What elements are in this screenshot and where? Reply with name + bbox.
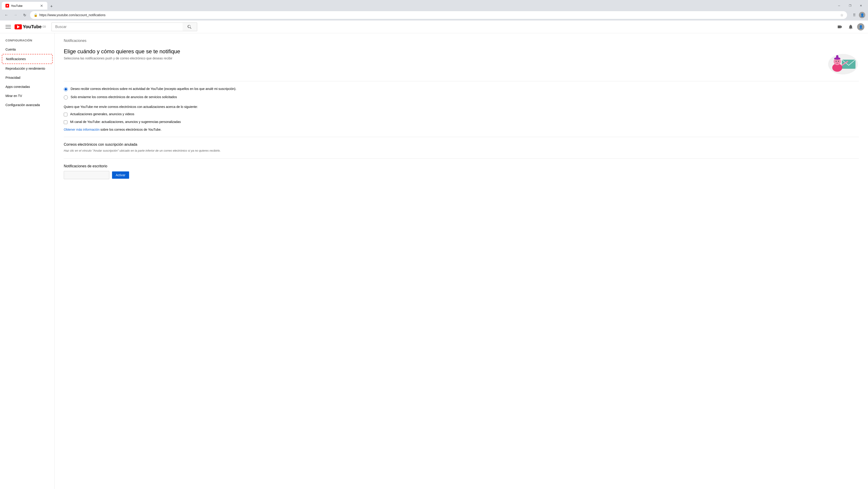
close-button[interactable]: ✕ bbox=[856, 2, 866, 9]
unsub-title: Correos electrónicos con suscripción anu… bbox=[64, 142, 859, 146]
email-options-section: Deseo recibir correos electrónicos sobre… bbox=[64, 87, 859, 99]
learn-more-link[interactable]: Obtener más información bbox=[64, 128, 99, 131]
link-suffix: sobre los correos electrónicos de YouTub… bbox=[99, 128, 161, 131]
tab-title: YouTube bbox=[11, 4, 37, 7]
radio-input-2[interactable] bbox=[64, 95, 68, 99]
checkbox-label-1: Actualizaciones generales, anuncios y vi… bbox=[70, 112, 134, 116]
checkbox-input-1[interactable] bbox=[64, 113, 67, 116]
sidebar-item-reproduccion[interactable]: Reproducción y rendimiento bbox=[0, 64, 55, 73]
svg-rect-10 bbox=[836, 55, 838, 59]
search-input[interactable] bbox=[52, 23, 183, 31]
desktop-notif-input-area bbox=[64, 171, 109, 179]
unsub-desc: Haz clic en el vínculo "Anular suscripci… bbox=[64, 149, 859, 153]
search-bar bbox=[52, 23, 197, 31]
sidebar-item-apps[interactable]: Apps conectadas bbox=[0, 82, 55, 91]
svg-rect-3 bbox=[5, 27, 11, 27]
checkbox-input-2[interactable] bbox=[64, 121, 67, 124]
email-prefs-section: Quiero que YouTube me envíe correos elec… bbox=[64, 105, 859, 131]
search-button[interactable] bbox=[183, 23, 197, 31]
activate-button[interactable]: Activar bbox=[112, 171, 129, 179]
back-button[interactable]: ← bbox=[3, 11, 10, 19]
yt-logo[interactable]: YouTubeCO bbox=[14, 24, 46, 29]
radio-option-2: Solo enviarme los correos electrónicos d… bbox=[64, 95, 859, 99]
desktop-notif-section: Notificaciones de escritorio Activar bbox=[64, 164, 859, 179]
user-avatar[interactable]: 👤 bbox=[857, 23, 864, 31]
bookmark-icon[interactable]: ☆ bbox=[840, 13, 843, 17]
reload-button[interactable]: ↻ bbox=[21, 11, 28, 19]
desktop-notif-title: Notificaciones de escritorio bbox=[64, 164, 859, 168]
svg-point-11 bbox=[836, 61, 837, 62]
browser-profile-avatar[interactable]: 👤 bbox=[859, 12, 865, 18]
create-video-button[interactable] bbox=[835, 22, 844, 31]
checkbox-option-1: Actualizaciones generales, anuncios y vi… bbox=[64, 112, 859, 116]
tab-close-button[interactable]: ✕ bbox=[39, 3, 44, 8]
sidebar: CONFIGURACIÓN Cuenta Notificaciones Repr… bbox=[0, 33, 55, 489]
sidebar-item-cuenta[interactable]: Cuenta bbox=[0, 45, 55, 54]
radio-label-1: Deseo recibir correos electrónicos sobre… bbox=[70, 87, 236, 91]
tab-favicon bbox=[5, 4, 9, 7]
sidebar-item-privacidad[interactable]: Privacidad bbox=[0, 73, 55, 82]
radio-option-1: Deseo recibir correos electrónicos sobre… bbox=[64, 87, 859, 91]
address-bar[interactable]: 🔒 https://www.youtube.com/account_notifi… bbox=[30, 11, 847, 19]
sidebar-section-title: CONFIGURACIÓN bbox=[0, 37, 55, 45]
svg-point-12 bbox=[838, 61, 839, 62]
sidebar-item-notificaciones[interactable]: Notificaciones bbox=[2, 54, 53, 64]
yt-logo-country: CO bbox=[42, 26, 46, 28]
main-content: Notificaciones Elige cuándo y cómo quier… bbox=[55, 33, 868, 489]
checkbox-label-2: Mi canal de YouTube: actualizaciones, an… bbox=[70, 120, 181, 124]
yt-header: YouTubeCO 👤 bbox=[0, 21, 868, 33]
radio-input-1[interactable] bbox=[64, 87, 68, 91]
browser-tab[interactable]: YouTube ✕ bbox=[2, 2, 48, 9]
forward-button[interactable]: → bbox=[12, 11, 19, 19]
section-heading: Elige cuándo y cómo quieres que se te no… bbox=[64, 48, 180, 55]
checkbox-option-2: Mi canal de YouTube: actualizaciones, an… bbox=[64, 120, 859, 124]
illustration bbox=[823, 48, 859, 75]
unsub-section: Correos electrónicos con suscripción anu… bbox=[64, 142, 859, 153]
notifications-button[interactable] bbox=[846, 22, 855, 31]
maximize-button[interactable]: ❐ bbox=[845, 2, 855, 9]
yt-logo-icon bbox=[14, 24, 22, 29]
page-title: Notificaciones bbox=[64, 39, 859, 43]
url-text: https://www.youtube.com/account_notifica… bbox=[39, 13, 838, 17]
section-subtext: Selecciona las notificaciones push y de … bbox=[64, 57, 180, 60]
lock-icon: 🔒 bbox=[34, 13, 38, 17]
email-link-text: Obtener más información sobre los correo… bbox=[64, 128, 859, 131]
yt-logo-text: YouTube bbox=[23, 24, 42, 29]
menu-button[interactable] bbox=[4, 22, 13, 31]
sidebar-item-tv[interactable]: Mirar en TV bbox=[0, 91, 55, 100]
minimize-button[interactable]: ─ bbox=[834, 2, 844, 9]
svg-rect-2 bbox=[5, 25, 11, 26]
svg-rect-4 bbox=[5, 28, 11, 29]
extensions-button[interactable]: ⠿ bbox=[851, 11, 858, 19]
new-tab-button[interactable]: + bbox=[48, 3, 55, 9]
sidebar-item-avanzada[interactable]: Configuración avanzada bbox=[0, 100, 55, 109]
radio-label-2: Solo enviarme los correos electrónicos d… bbox=[70, 95, 177, 99]
yt-play-icon bbox=[17, 25, 20, 28]
email-prefs-title: Quiero que YouTube me envíe correos elec… bbox=[64, 105, 859, 108]
